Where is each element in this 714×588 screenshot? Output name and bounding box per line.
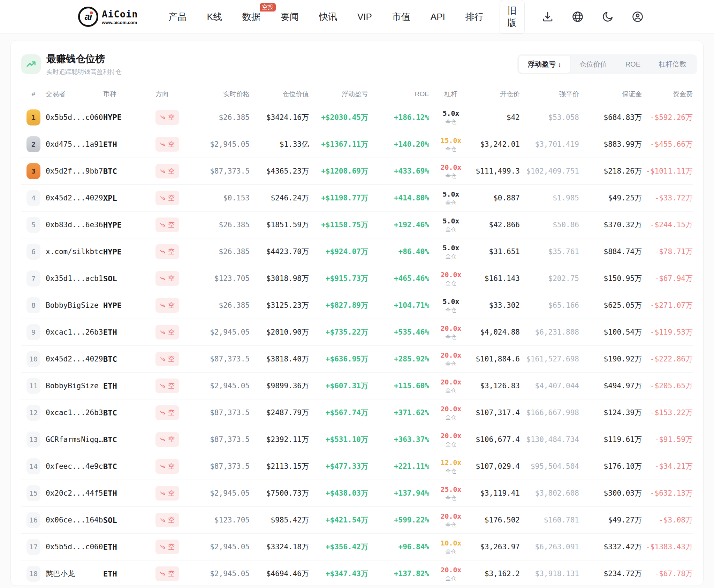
table-row[interactable]: 1 0x5b5d...c060 HYPE 空 $26.385 $3424.16万… — [21, 104, 693, 131]
table-row[interactable]: 3 0x5d2f...9bb7 BTC 空 $87,373.5 $4365.23… — [21, 158, 693, 184]
leverage-value: 5.0x — [442, 297, 459, 306]
column-header: 方向 — [155, 90, 204, 99]
table-row[interactable]: 10 0x45d2...4029 BTC 空 $87,373.5 $3818.4… — [21, 345, 693, 372]
funding-fee: -$1011.11万 — [642, 166, 693, 176]
trader-name[interactable]: 0x45d2...4029 — [46, 355, 103, 363]
funding-fee: -$153.22万 — [642, 408, 693, 418]
nav-item[interactable]: 要闻 — [281, 11, 299, 23]
sort-tab[interactable]: 浮动盈亏 ↓ — [519, 56, 570, 73]
trending-down-icon — [160, 572, 166, 576]
leverage-cell: 20.0x 全仓 — [429, 512, 473, 528]
nav-item[interactable]: 产品 — [169, 11, 187, 23]
page-title: 最赚钱仓位榜 — [46, 52, 122, 66]
margin-mode-label: 全仓 — [446, 441, 457, 448]
liquidation-price: $202.75 — [520, 274, 579, 283]
trader-name[interactable]: 0xfeec...4e9c — [46, 462, 103, 471]
margin-amount: $884.74万 — [579, 247, 642, 257]
coin-symbol: XPL — [103, 194, 155, 203]
leverage-cell: 10.0x 全仓 — [429, 539, 473, 555]
table-row[interactable]: 12 0xcac1...26b3 BTC 空 $87,373.5 $2487.7… — [21, 399, 693, 426]
trader-name[interactable]: 0x35d1...acb1 — [46, 274, 103, 283]
table-row[interactable]: 4 0x45d2...4029 XPL 空 $0.153 $246.24万 +$… — [21, 184, 693, 211]
table-row[interactable]: 6 x.com/silkbtc HYPE 空 $26.385 $4423.70万… — [21, 238, 693, 265]
position-value: $2392.11万 — [250, 435, 309, 444]
table-row[interactable]: 16 0x06ce...164b SOL 空 $123.705 $985.42万… — [21, 506, 693, 533]
funding-fee: -$78.71万 — [642, 247, 693, 257]
leverage-cell: 25.0x 全仓 — [429, 485, 473, 502]
margin-amount: $49.25万 — [579, 193, 642, 203]
trending-down-icon — [160, 384, 166, 388]
margin-mode-label: 全仓 — [446, 334, 457, 341]
table-row[interactable]: 18 憨巴小龙 ETH 空 $2,945.05 $4694.46万 +$347.… — [21, 560, 693, 586]
trader-name[interactable]: 0x20c2...44f5 — [46, 489, 103, 497]
globe-icon[interactable] — [571, 10, 584, 23]
sort-tab[interactable]: ROE — [616, 56, 650, 72]
rank-badge: 17 — [26, 539, 40, 555]
table-row[interactable]: 5 0xb83d...6e36 HYPE 空 $26.385 $1851.59万… — [21, 211, 693, 238]
sort-tab[interactable]: 仓位价值 — [570, 56, 616, 73]
margin-mode-label: 全仓 — [446, 307, 457, 314]
table-row[interactable]: 14 0xfeec...4e9c BTC 空 $87,373.5 $2113.1… — [21, 453, 693, 480]
leverage-value: 20.0x — [440, 163, 461, 172]
coin-symbol: ETH — [103, 382, 155, 390]
trader-name[interactable]: 0xd475...1a91 — [46, 140, 103, 148]
margin-amount: $684.83万 — [579, 113, 642, 122]
trader-name[interactable]: 0xcac1...26b3 — [46, 328, 103, 336]
unrealized-pnl: +$567.74万 — [309, 408, 368, 418]
nav-item[interactable]: K线 — [207, 11, 222, 23]
position-value: $2113.15万 — [250, 461, 309, 471]
margin-mode-label: 全仓 — [446, 280, 457, 287]
sort-tab[interactable]: 杠杆倍数 — [650, 56, 696, 73]
short-direction-badge: 空 — [155, 486, 179, 501]
trader-name[interactable]: BobbyBigSize — [46, 382, 103, 390]
moon-icon[interactable] — [601, 10, 614, 23]
trader-name[interactable]: 憨巴小龙 — [46, 569, 103, 579]
nav-item[interactable]: 排行 — [465, 11, 484, 23]
user-icon[interactable] — [631, 10, 644, 23]
trader-name[interactable]: 0x5b5d...c060 — [46, 113, 103, 122]
trader-name[interactable]: BobbyBigSize — [46, 301, 103, 310]
nav-item[interactable]: 快讯 — [319, 11, 337, 23]
legacy-version-button[interactable]: 旧版 — [500, 0, 525, 33]
table-row[interactable]: 17 0x5b5d...c060 ETH 空 $2,945.05 $3324.1… — [21, 533, 693, 560]
roe-value: +192.46% — [368, 221, 429, 229]
margin-amount: $218.26万 — [579, 166, 642, 176]
table-row[interactable]: 2 0xd475...1a91 ETH 空 $2,945.05 $1.33亿 +… — [21, 131, 693, 158]
table-row[interactable]: 8 BobbyBigSize HYPE 空 $26.385 $3125.23万 … — [21, 292, 693, 319]
short-direction-badge: 空 — [155, 405, 179, 420]
coin-symbol: BTC — [103, 435, 155, 444]
column-header: 实时价格 — [204, 90, 250, 99]
leverage-cell: 20.0x 全仓 — [429, 405, 473, 421]
table-row[interactable]: 13 GCRfarmsNigg… BTC 空 $87,373.5 $2392.1… — [21, 426, 693, 453]
aicoin-logo[interactable]: ai AiCoin www.aicoin.com — [78, 7, 138, 27]
funding-fee: -$271.07万 — [642, 300, 693, 310]
trader-name[interactable]: 0xb83d...6e36 — [46, 221, 103, 229]
trader-name[interactable]: 0x45d2...4029 — [46, 194, 103, 202]
table-row[interactable]: 15 0x20c2...44f5 ETH 空 $2,945.05 $7500.7… — [21, 480, 693, 506]
trader-name[interactable]: x.com/silkbtc — [46, 247, 103, 256]
rank-badge: 15 — [26, 485, 40, 501]
table-row[interactable]: 9 0xcac1...26b3 ETH 空 $2,945.05 $2010.90… — [21, 319, 693, 345]
short-direction-badge: 空 — [155, 540, 179, 554]
nav-item[interactable]: 数据空投 — [242, 11, 260, 23]
nav-item[interactable]: VIP — [357, 12, 372, 22]
table-row[interactable]: 11 BobbyBigSize ETH 空 $2,945.05 $9899.36… — [21, 372, 693, 399]
leverage-value: 5.0x — [442, 109, 459, 118]
trader-name[interactable]: 0x5b5d...c060 — [46, 543, 103, 551]
trader-name[interactable]: GCRfarmsNigg… — [46, 435, 103, 444]
download-icon[interactable] — [541, 10, 554, 23]
trader-name[interactable]: 0xcac1...26b3 — [46, 408, 103, 417]
funding-fee: -$67.78万 — [642, 569, 693, 579]
funding-fee: -$1383.43万 — [642, 542, 693, 552]
nav-item[interactable]: 市值 — [392, 11, 410, 23]
funding-fee: -$222.86万 — [642, 354, 693, 364]
coin-symbol: HYPE — [103, 113, 155, 122]
trader-name[interactable]: 0x06ce...164b — [46, 516, 103, 524]
trending-down-icon — [160, 250, 166, 254]
table-row[interactable]: 7 0x35d1...acb1 SOL 空 $123.705 $3018.98万… — [21, 265, 693, 292]
trader-name[interactable]: 0x5d2f...9bb7 — [46, 167, 103, 175]
current-price: $0.153 — [204, 194, 250, 202]
nav-item[interactable]: API — [431, 12, 445, 22]
leverage-value: 10.0x — [440, 539, 461, 548]
margin-mode-label: 全仓 — [446, 387, 457, 394]
